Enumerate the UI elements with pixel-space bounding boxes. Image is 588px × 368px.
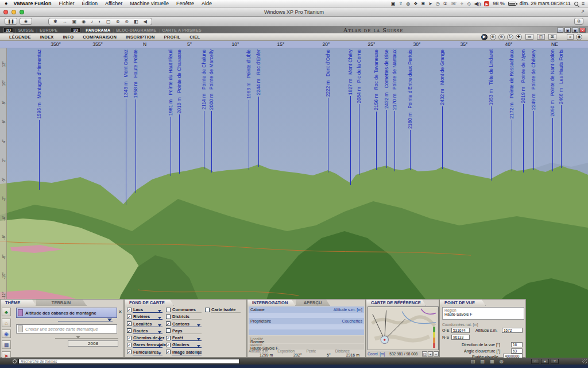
status-icon[interactable]: ①	[443, 1, 447, 6]
layer-opacity-slider[interactable]	[172, 334, 202, 334]
vmware-titlebar[interactable]: Windows XP Pro Titanium ↗	[0, 7, 588, 17]
pause-button[interactable]: ❚❚	[5, 18, 17, 25]
menu-légende[interactable]: LÉGENDE	[9, 34, 31, 40]
notification-center-icon[interactable]: ≡	[582, 1, 585, 6]
status-icon[interactable]: ▣	[391, 1, 396, 6]
device-icon[interactable]: ⊙	[125, 19, 129, 24]
year-value[interactable]: 2008	[68, 340, 118, 347]
checkbox[interactable]	[205, 308, 210, 312]
peak-label[interactable]: 2249 mPointe de Chésery	[530, 49, 537, 170]
second-theme-combo[interactable]: Choisir une seconde carte thématique	[16, 324, 117, 334]
theme-search-input[interactable]	[18, 359, 239, 364]
status-icon[interactable]: ✱	[421, 1, 425, 6]
help-button[interactable]: ?	[551, 359, 559, 364]
collapse-devices-icon[interactable]: ◀	[144, 19, 147, 24]
layer-opacity-slider[interactable]	[172, 340, 202, 341]
layer-opacity-slider[interactable]	[172, 312, 202, 313]
peak-label[interactable]: 2180 mPointe d'Entre deux Pertuis	[407, 49, 413, 170]
peak-label[interactable]: 1958 mHaute Pointe	[132, 49, 139, 193]
layer-opacity-slider[interactable]	[133, 334, 163, 334]
checkbox[interactable]	[166, 328, 171, 333]
selected-theme-box[interactable]: Altitude des cabanes de montagne	[16, 308, 117, 318]
layer-toggle-glaciers[interactable]: ✓Glaciers	[166, 342, 205, 349]
layer-opacity-slider[interactable]	[211, 312, 241, 313]
status-icon[interactable]: ⇧	[399, 1, 403, 6]
zoom-out-button[interactable]: ⊖	[498, 34, 505, 40]
checkbox[interactable]: ✓	[166, 336, 171, 340]
menubar-item[interactable]: Fichier	[59, 1, 74, 6]
peak-label[interactable]: 2090 mPointe de Nant Golon	[549, 49, 556, 171]
rotate-view-button[interactable]: ↻	[507, 34, 513, 40]
checkbox[interactable]: ✓	[166, 321, 171, 326]
device-icon[interactable]: ↔	[63, 19, 67, 24]
menu-index[interactable]: INDEX	[40, 34, 54, 40]
pan-view-button[interactable]: ✚	[516, 34, 522, 40]
window-corner-button[interactable]: ⧉	[574, 18, 583, 25]
device-icon[interactable]: ✱	[53, 19, 57, 24]
layer-opacity-slider[interactable]	[133, 327, 163, 327]
remove-theme-button[interactable]: ✕	[118, 309, 122, 315]
layer-toggle-pays[interactable]: Pays	[166, 328, 205, 335]
menubar-item[interactable]: VMware Fusion	[13, 1, 51, 6]
peak-label[interactable]: 2019 mPointe de Nyon	[520, 49, 527, 172]
ns-input[interactable]	[451, 335, 470, 340]
menu-info[interactable]: INFO	[63, 34, 74, 40]
menubar-clock[interactable]: dim. 29 mars 08:39:11	[520, 1, 571, 6]
layer-opacity-slider[interactable]	[133, 319, 163, 320]
status-icon[interactable]: ◷	[436, 1, 440, 6]
device-icon[interactable]: ▣	[72, 19, 77, 24]
checkbox[interactable]: ✓	[127, 328, 131, 333]
layer-opacity-slider[interactable]	[133, 347, 163, 348]
layer-toggle-carte-isolée[interactable]: Carte isolée	[205, 307, 244, 314]
layer-opacity-slider[interactable]	[133, 340, 163, 341]
peak-label[interactable]: 1343 mMont Orchez	[122, 49, 129, 205]
layer-opacity-slider[interactable]	[172, 355, 202, 355]
theme-opacity-slider[interactable]	[58, 321, 113, 321]
forests-icon[interactable]: ♣	[2, 308, 11, 316]
mode-tab-bloc-diagramme[interactable]: BLOC-DIAGRAMME	[116, 28, 156, 32]
mode-tab-europe[interactable]: EUROPE	[40, 28, 57, 32]
aperture-angle-input[interactable]	[511, 348, 523, 354]
layer-toggle-routes[interactable]: ✓Routes	[127, 328, 166, 335]
peak-label[interactable]: 2466 mLes Hauts Forts	[558, 49, 564, 168]
layer-opacity-slider[interactable]	[133, 312, 163, 313]
apple-icon[interactable]: ●	[5, 1, 7, 6]
layer-opacity-slider[interactable]	[172, 327, 202, 327]
status-icon[interactable]: ✧	[460, 1, 464, 6]
mode-badge-3d[interactable]: 3D	[71, 28, 80, 33]
app-restore-button[interactable]: ▣	[564, 28, 571, 33]
vmware-status-icon[interactable]: ▶	[484, 1, 489, 6]
layer-toggle-lacs[interactable]: ✓Lacs	[127, 307, 166, 314]
buildings-icon[interactable]: ⌂	[2, 319, 11, 327]
target-button[interactable]: ◉	[576, 34, 582, 40]
device-icon[interactable]: ◧	[134, 19, 138, 24]
app-minimize-button[interactable]: –	[557, 28, 563, 33]
app-close-button[interactable]: ✕	[579, 28, 586, 33]
checkbox[interactable]	[166, 308, 171, 312]
tools-button[interactable]: ✦	[541, 359, 549, 364]
status-icon[interactable]: ◀))	[474, 1, 481, 6]
layer-toggle-forêt[interactable]: ✓Forêt	[166, 335, 205, 342]
layer-toggle-chemins-de-fer[interactable]: ✓Chemins de fer	[127, 335, 166, 342]
checkbox[interactable]: ✓	[127, 308, 131, 312]
device-icon[interactable]: ▢	[106, 19, 111, 24]
peak-label[interactable]: 2222 mDent d'Oche	[324, 49, 331, 172]
peak-label[interactable]: 2432 mCornettes de Bise	[383, 49, 390, 168]
menubar-item[interactable]: Machine virtuelle	[130, 1, 169, 6]
layer-toggle-districts[interactable]: Districts	[166, 314, 205, 321]
checkbox[interactable]: ✓	[127, 321, 131, 326]
tab-apercu[interactable]: APERÇU	[296, 300, 330, 306]
checkbox[interactable]	[166, 315, 171, 319]
mode-tab-carte-a-prismes[interactable]: CARTE A PRISMES	[162, 28, 202, 32]
tab-terrain[interactable]: TERRAIN	[36, 300, 87, 306]
theme-fold-icon[interactable]	[18, 309, 23, 316]
device-icon[interactable]: ◐	[98, 19, 101, 24]
status-icon[interactable]: ◍	[406, 1, 410, 6]
peak-label[interactable]: 2010 mPointe de Chavasse	[176, 49, 183, 174]
mode-badge-2d[interactable]: 2D	[3, 28, 13, 33]
layer-toggle-localités[interactable]: ✓Localités	[127, 321, 166, 328]
peak-label[interactable]: 1596 mMontagne d'Hirmentaz	[36, 49, 42, 190]
folder-icon[interactable]: ▤	[471, 359, 475, 364]
mode-tab-panorama[interactable]: PANORAMA	[86, 28, 110, 32]
home-button[interactable]: ⌂	[531, 359, 539, 364]
